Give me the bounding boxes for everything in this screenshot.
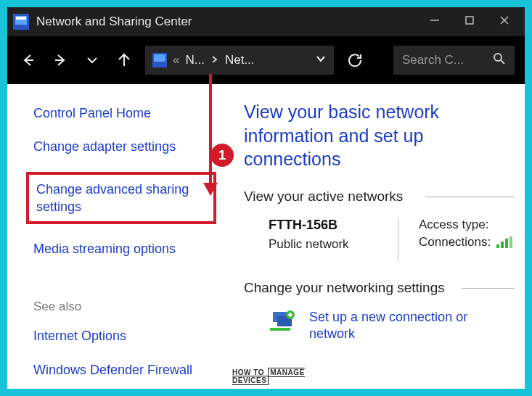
divider (425, 197, 515, 197)
network-name: FTTH-156B (269, 218, 377, 233)
svg-line-13 (501, 60, 504, 64)
chevron-down-icon[interactable] (315, 53, 327, 68)
chevron-right-icon (210, 53, 219, 67)
maximize-button[interactable] (462, 15, 477, 30)
connections-label: Connections: (419, 235, 491, 249)
sidebar: Control Panel Home Change adapter settin… (7, 84, 225, 389)
close-button[interactable] (497, 15, 512, 30)
access-type-label: Access type: (419, 218, 488, 232)
control-panel-icon (13, 14, 29, 30)
svg-point-12 (494, 54, 502, 61)
recent-dropdown[interactable] (81, 49, 103, 71)
back-button[interactable] (17, 49, 39, 71)
breadcrumb-sep: « (173, 53, 179, 67)
up-button[interactable] (113, 49, 135, 71)
nav-toolbar: « N... Net... Search C... (7, 36, 525, 84)
titlebar: Network and Sharing Center (7, 7, 525, 36)
svg-rect-4 (466, 17, 473, 24)
svg-rect-15 (501, 242, 504, 248)
link-change-advanced-sharing-settings[interactable]: Change advanced sharing settings (26, 172, 216, 225)
breadcrumb-seg[interactable]: N... (185, 53, 204, 67)
search-placeholder: Search C... (402, 53, 464, 67)
network-type: Public network (269, 237, 377, 252)
svg-rect-2 (16, 17, 26, 20)
divider (462, 288, 515, 289)
main-pane: View your basic network information and … (225, 84, 525, 389)
setup-connection-item: Set up a new connection or network (269, 309, 515, 343)
section-label: View your active networks (244, 189, 403, 204)
wifi-signal-icon[interactable] (496, 236, 512, 248)
control-panel-icon (152, 53, 167, 67)
setup-connection-icon (269, 309, 299, 334)
forward-button[interactable] (49, 49, 71, 71)
link-setup-new-connection[interactable]: Set up a new connection or network (309, 309, 498, 343)
content-area: Control Panel Home Change adapter settin… (7, 84, 525, 389)
section-label: Change your networking settings (244, 280, 445, 295)
vertical-divider (398, 218, 398, 261)
link-internet-options[interactable]: Internet Options (33, 327, 212, 345)
svg-rect-14 (496, 244, 499, 248)
link-media-streaming-options[interactable]: Media streaming options (33, 240, 212, 257)
window-controls (427, 15, 512, 30)
page-title: View your basic network information and … (244, 100, 491, 171)
svg-rect-23 (270, 328, 290, 331)
refresh-button[interactable] (344, 49, 366, 71)
svg-rect-17 (510, 236, 512, 248)
link-change-adapter-settings[interactable]: Change adapter settings (33, 138, 212, 155)
svg-rect-11 (154, 54, 165, 62)
minimize-button[interactable] (427, 15, 442, 30)
watermark: HOW TO MANAGEDEVICES (232, 368, 305, 384)
active-network-row: FTTH-156B Public network Access type: Co… (269, 218, 515, 261)
search-icon (493, 52, 506, 69)
address-bar[interactable]: « N... Net... (145, 46, 334, 75)
window-title: Network and Sharing Center (36, 15, 427, 29)
breadcrumb-seg[interactable]: Net... (225, 53, 255, 67)
search-input[interactable]: Search C... (393, 46, 515, 75)
link-control-panel-home[interactable]: Control Panel Home (33, 104, 212, 122)
section-change-settings: Change your networking settings (244, 280, 515, 296)
link-windows-defender-firewall[interactable]: Windows Defender Firewall (33, 361, 212, 379)
section-active-networks: View your active networks (244, 189, 515, 205)
svg-rect-16 (505, 239, 508, 248)
see-also-header: See also (33, 300, 212, 314)
window: Network and Sharing Center (7, 7, 525, 389)
